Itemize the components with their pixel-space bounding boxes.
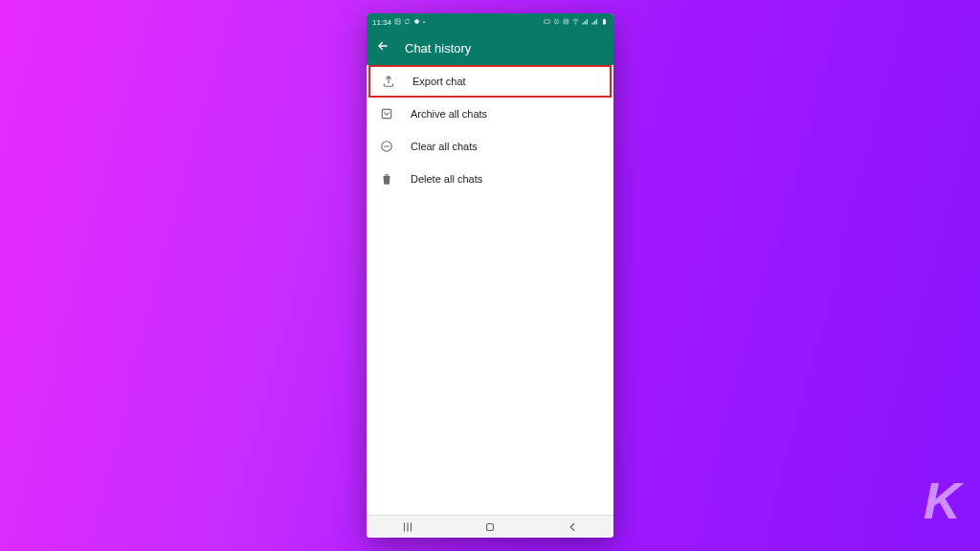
nav-recents-button[interactable] (400, 519, 415, 535)
wifi-icon (572, 18, 579, 27)
phone-frame: 11:34 • (367, 13, 613, 538)
clear-icon (380, 140, 393, 153)
menu-item-label: Export chat (412, 76, 466, 87)
hd-icon (544, 18, 550, 27)
svg-point-2 (414, 19, 419, 24)
signal-icon (582, 18, 589, 27)
back-arrow-icon[interactable] (376, 39, 390, 56)
export-icon (382, 75, 395, 88)
menu-item-archive-all[interactable]: Archive all chats (367, 98, 613, 130)
svg-rect-11 (487, 523, 494, 530)
menu-item-label: Delete all chats (411, 173, 482, 185)
dot-icon: • (423, 19, 425, 25)
svg-point-6 (575, 23, 576, 24)
menu-item-delete-all[interactable]: Delete all chats (367, 163, 613, 195)
status-bar: 11:34 • (367, 13, 613, 31)
nav-back-button[interactable] (565, 519, 580, 535)
menu-item-clear-all[interactable]: Clear all chats (367, 130, 613, 163)
signal-icon (591, 18, 598, 27)
status-right (544, 18, 608, 27)
cycle-icon (404, 18, 411, 27)
battery-icon (601, 18, 608, 27)
watermark-logo: K (922, 474, 961, 526)
nav-home-button[interactable] (482, 519, 498, 535)
nfc-icon (563, 18, 569, 27)
svg-point-1 (396, 20, 397, 21)
android-nav-bar (367, 515, 613, 538)
svg-rect-3 (545, 19, 550, 23)
watermark-letter: K (924, 474, 961, 526)
page-title: Chat history (405, 41, 471, 55)
background: 11:34 • (0, 0, 980, 551)
menu-item-label: Clear all chats (411, 141, 478, 152)
status-left: 11:34 • (372, 18, 425, 27)
svg-rect-7 (603, 19, 606, 24)
menu-item-export-chat[interactable]: Export chat (368, 65, 612, 98)
image-icon (394, 18, 401, 27)
alarm-icon (553, 18, 560, 27)
svg-rect-8 (604, 18, 605, 19)
settings-list: Export chat Archive all chats Clear all … (367, 65, 613, 515)
archive-icon (380, 107, 393, 121)
menu-item-label: Archive all chats (411, 108, 487, 120)
svg-rect-9 (382, 109, 390, 118)
badge-icon (413, 18, 420, 27)
status-time: 11:34 (372, 18, 391, 27)
delete-icon (380, 172, 393, 186)
app-bar: Chat history (367, 31, 613, 65)
